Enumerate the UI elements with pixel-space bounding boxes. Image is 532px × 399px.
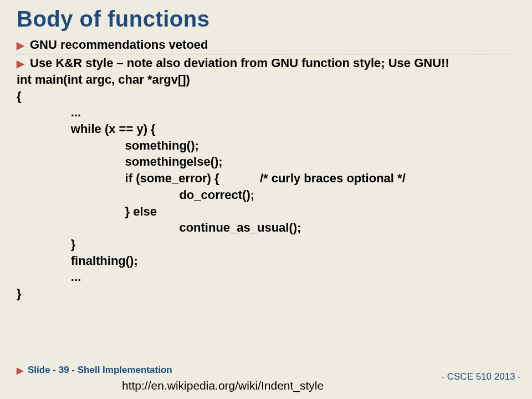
bullet-arrow-icon: ▶ [17, 58, 24, 70]
bullet-text: Use K&R style – note also deviation from… [30, 55, 449, 71]
footer-left-text: Slide - 39 - Shell Implementation [28, 365, 172, 376]
footer-url: http://en.wikipedia.org/wiki/Indent_styl… [122, 379, 324, 392]
slide-title: Body of functions [0, 0, 532, 35]
footer-left: ▶ Slide - 39 - Shell Implementation [17, 365, 172, 376]
bullet-list: ▶ GNU recommendations vetoed ▶ Use K&R s… [0, 36, 532, 71]
bullet-item: ▶ Use K&R style – note also deviation fr… [17, 54, 515, 72]
bullet-text: GNU recommendations vetoed [30, 37, 208, 53]
footer-arrow-icon: ▶ [17, 365, 23, 376]
bullet-arrow-icon: ▶ [17, 39, 24, 52]
code-block: int main(int argc, char *argv[]) { ... w… [0, 71, 532, 302]
bullet-item: ▶ GNU recommendations vetoed [17, 36, 515, 54]
footer-right: - CSCE 510 2013 - [441, 371, 521, 382]
